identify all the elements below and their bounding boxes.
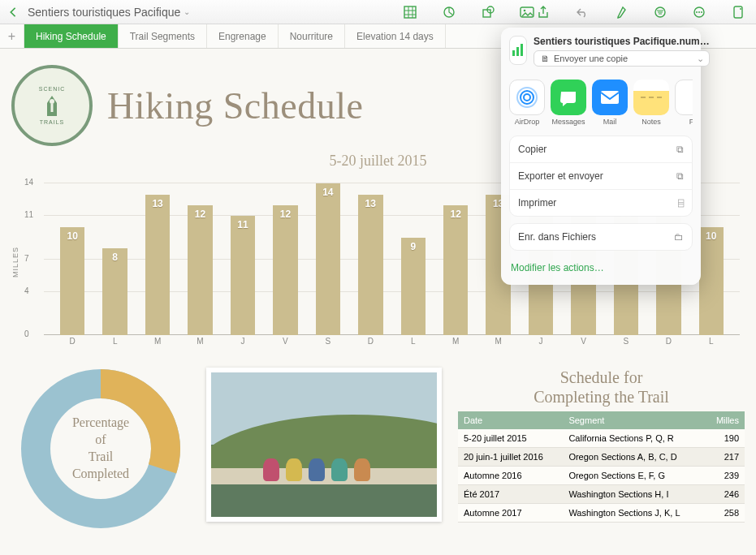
share-app-notes[interactable]: Notes — [633, 80, 669, 126]
table-row[interactable]: 20 juin-1 juillet 2016Oregon Sections A,… — [458, 448, 745, 467]
top-toolbar: Sentiers touristiques Pacifique ⌄ — [0, 0, 756, 24]
svg-rect-18 — [516, 47, 519, 56]
share-app-mail[interactable]: Mail — [592, 80, 628, 126]
chevron-down-icon: ⌄ — [184, 7, 190, 16]
doc-small-icon: 🗎 — [541, 54, 550, 63]
bar[interactable]: 11 — [231, 216, 255, 335]
bar[interactable]: 10 — [60, 227, 84, 335]
grid-icon[interactable] — [402, 4, 418, 20]
tab-engrenage[interactable]: Engrenage — [207, 24, 279, 48]
table-row[interactable]: Automne 2017Washington Sections J, K, L2… — [458, 504, 745, 523]
page-title: Hiking Schedule — [107, 84, 363, 127]
doc-title[interactable]: Sentiers touristiques Pacifique ⌄ — [28, 6, 190, 19]
share-filename: Sentiers touristiques Pacifique.num… — [534, 36, 710, 47]
more-icon[interactable] — [691, 4, 707, 20]
tab-trail-segments[interactable]: Trail Segments — [119, 24, 207, 48]
bar[interactable]: 14 — [316, 183, 340, 335]
table-row[interactable]: Été 2017Washington Sections H, I246 — [458, 485, 745, 504]
filter-icon[interactable] — [652, 4, 668, 20]
svg-point-13 — [50, 99, 54, 104]
svg-point-5 — [524, 9, 526, 11]
donut-label: Percentage of Trail Completed — [57, 405, 145, 493]
table-row[interactable]: 5-20 juillet 2015California Sections P, … — [458, 429, 745, 448]
share-app-messages[interactable]: Messages — [551, 80, 586, 126]
table-title: Schedule for Completing the Trail — [458, 368, 745, 407]
doc-icon[interactable] — [730, 4, 746, 20]
bar[interactable]: 8 — [102, 248, 127, 335]
logo-text-top: SCENIC — [39, 86, 65, 92]
share-apps-row: AirDropMessagesMailNotes✦Fr — [509, 71, 693, 134]
photo-thumbnail[interactable] — [206, 368, 442, 522]
bar[interactable]: 9 — [401, 238, 426, 335]
tab-nourriture[interactable]: Nourriture — [279, 24, 345, 48]
svg-rect-19 — [521, 44, 523, 56]
share-mode-select[interactable]: 🗎 Envoyer une copie — [534, 50, 710, 67]
bar[interactable]: 12 — [188, 205, 212, 335]
svg-point-21 — [521, 91, 534, 104]
svg-rect-23 — [601, 91, 619, 104]
add-tab-button[interactable]: + — [0, 24, 24, 48]
bar[interactable]: 12 — [273, 205, 297, 335]
share-action-copier[interactable]: Copier⧉ — [510, 136, 692, 163]
share-action-imprimer[interactable]: Imprimer⌸ — [510, 190, 692, 216]
share-app-fr[interactable]: ✦Fr — [675, 80, 693, 126]
svg-point-10 — [701, 11, 702, 13]
media-icon[interactable] — [519, 4, 535, 20]
table-row[interactable]: Automne 2016Oregon Sections E, F, G239 — [458, 467, 745, 485]
svg-point-8 — [696, 11, 698, 13]
schedule-table[interactable]: DateSegmentMilles 5-20 juillet 2015Calif… — [458, 411, 745, 523]
doc-title-text: Sentiers touristiques Pacifique — [28, 6, 180, 19]
schedule-table-wrap: Schedule for Completing the Trail DateSe… — [458, 368, 745, 523]
back-icon[interactable] — [5, 4, 21, 20]
edit-actions-link[interactable]: Modifier les actions… — [509, 259, 693, 277]
donut-chart[interactable]: Percentage of Trail Completed — [11, 368, 190, 530]
tab-elevation-14-days[interactable]: Elevation 14 days — [345, 24, 446, 48]
share-popover: Sentiers touristiques Pacifique.num… 🗎 E… — [501, 28, 701, 285]
svg-point-12 — [740, 8, 741, 10]
logo-badge: SCENIC TRAILS — [11, 65, 93, 146]
svg-rect-11 — [734, 6, 742, 18]
bar[interactable]: 12 — [443, 205, 468, 335]
svg-rect-14 — [51, 104, 54, 112]
chart-icon[interactable] — [441, 4, 457, 20]
svg-point-9 — [698, 11, 700, 13]
bar[interactable]: 13 — [358, 195, 382, 335]
share-action-exporter-et-envoyer[interactable]: Exporter et envoyer⧉ — [510, 163, 692, 190]
numbers-app-icon — [509, 36, 527, 65]
svg-rect-17 — [512, 50, 515, 56]
tab-hiking-schedule[interactable]: Hiking Schedule — [24, 24, 119, 48]
share-action-enr-dans-fichiers[interactable]: Enr. dans Fichiers🗀 — [510, 224, 692, 250]
svg-point-20 — [524, 94, 530, 101]
bar[interactable]: 13 — [145, 195, 170, 335]
share-icon[interactable] — [535, 4, 551, 20]
logo-text-bottom: TRAILS — [40, 119, 65, 125]
svg-rect-0 — [404, 6, 416, 18]
share-app-airdrop[interactable]: AirDrop — [509, 80, 545, 126]
bar[interactable]: 10 — [699, 227, 724, 335]
shape-icon[interactable] — [480, 4, 496, 20]
y-axis-label: MILLES — [11, 247, 19, 278]
format-icon[interactable] — [613, 4, 629, 20]
undo-icon[interactable] — [574, 4, 590, 20]
